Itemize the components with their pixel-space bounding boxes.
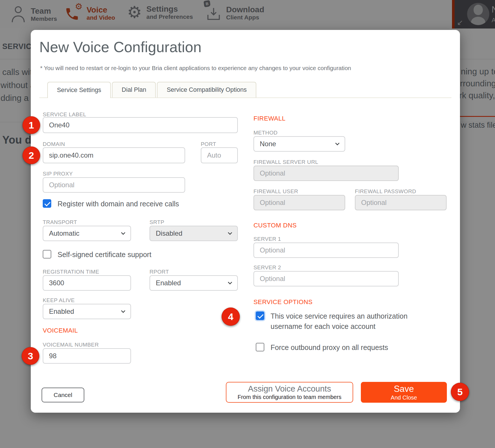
rport-select[interactable]: Enabled xyxy=(150,275,238,291)
assign-voice-accounts-button[interactable]: Assign Voice Accounts From this configur… xyxy=(226,382,353,403)
register-with-domain-checkbox-row[interactable]: Register with domain and receive calls xyxy=(43,199,179,209)
firewall-user-input xyxy=(253,195,345,210)
keep-alive-value: Enabled xyxy=(49,308,74,315)
annotation-badge-4: 4 xyxy=(222,308,240,326)
service-label-input[interactable] xyxy=(43,117,238,133)
chevron-down-icon xyxy=(121,309,126,313)
domain-label: DOMAIN xyxy=(43,141,65,147)
sip-proxy-input[interactable] xyxy=(43,177,185,193)
keep-alive-select[interactable]: Enabled xyxy=(43,304,131,319)
tab-bar: Service Settings Dial Plan Service Compa… xyxy=(47,82,257,98)
dns-server2-input[interactable] xyxy=(253,271,399,286)
auth-username-checkbox[interactable] xyxy=(256,311,264,320)
chevron-down-icon xyxy=(335,141,340,146)
firewall-section-header: FIREWALL xyxy=(253,115,285,122)
dialog-title: New Voice Configuration xyxy=(39,38,201,56)
srtp-value: Disabled xyxy=(156,229,182,237)
self-signed-checkbox[interactable] xyxy=(43,250,51,258)
tab-service-compatibility-options[interactable]: Service Compatibility Options xyxy=(157,82,256,97)
annotation-badge-3: 3 xyxy=(22,347,39,365)
firewall-user-label: FIREWALL USER xyxy=(253,188,298,195)
voicemail-section-header: VOICEMAIL xyxy=(43,327,78,334)
service-label-label: SERVICE LABEL xyxy=(43,111,86,118)
firewall-method-select[interactable]: None xyxy=(253,136,345,152)
custom-dns-section-header: CUSTOM DNS xyxy=(253,222,297,229)
save-button-subtitle: And Close xyxy=(391,394,417,401)
register-checkbox[interactable] xyxy=(43,199,51,208)
srtp-label: SRTP xyxy=(150,219,164,225)
rport-label: RPORT xyxy=(150,269,169,275)
dns-server1-input[interactable] xyxy=(253,243,399,258)
service-options-section-header: SERVICE OPTIONS xyxy=(253,298,312,306)
firewall-method-value: None xyxy=(260,140,276,148)
domain-input[interactable] xyxy=(43,147,185,163)
firewall-password-input xyxy=(355,195,447,210)
self-signed-checkbox-label: Self-signed certificate support xyxy=(58,249,151,260)
rport-value: Enabled xyxy=(156,279,181,287)
annotation-badge-2: 2 xyxy=(22,146,40,164)
keep-alive-label: KEEP ALIVE xyxy=(43,297,75,304)
port-label: PORT xyxy=(201,141,216,147)
annotation-badge-5: 5 xyxy=(451,383,469,401)
voicemail-number-input[interactable] xyxy=(43,348,131,364)
force-outbound-checkbox-label: Force outbound proxy on all requests xyxy=(271,342,388,353)
sip-proxy-label: SIP PROXY xyxy=(43,171,73,177)
assign-button-subtitle: From this configuration to team members xyxy=(238,394,341,400)
dialog-note: * You will need to restart or re-login t… xyxy=(40,65,351,72)
dns-server2-label: SERVER 2 xyxy=(253,264,281,271)
firewall-password-label: FIREWALL PASSWORD xyxy=(355,188,416,195)
cancel-button[interactable]: Cancel xyxy=(42,388,84,402)
annotation-badge-1: 1 xyxy=(22,116,40,134)
force-outbound-checkbox-row[interactable]: Force outbound proxy on all requests xyxy=(256,342,388,353)
new-voice-configuration-dialog: New Voice Configuration * You will need … xyxy=(31,30,460,413)
chevron-down-icon xyxy=(228,231,232,235)
transport-select[interactable]: Automatic xyxy=(43,226,131,241)
screen: Team Members ⚙ Voice and Video ⚙ Setting… xyxy=(0,0,495,448)
registration-time-label: REGISTRATION TIME xyxy=(43,269,99,275)
assign-button-title: Assign Voice Accounts xyxy=(248,384,331,394)
registration-time-input[interactable] xyxy=(43,275,131,291)
firewall-server-url-label: FIREWALL SERVER URL xyxy=(253,159,318,165)
transport-label: TRANSPORT xyxy=(43,219,77,225)
firewall-server-url-input xyxy=(253,166,399,181)
auth-username-checkbox-label: This voice service requires an authoriza… xyxy=(271,311,419,332)
tab-service-settings[interactable]: Service Settings xyxy=(47,82,111,98)
auth-username-checkbox-row[interactable]: This voice service requires an authoriza… xyxy=(256,311,421,332)
save-and-close-button[interactable]: Save And Close xyxy=(361,382,447,403)
self-signed-checkbox-row[interactable]: Self-signed certificate support xyxy=(43,249,151,260)
force-outbound-checkbox[interactable] xyxy=(256,343,264,351)
chevron-down-icon xyxy=(228,280,232,285)
transport-value: Automatic xyxy=(49,229,79,237)
method-label: METHOD xyxy=(253,130,278,136)
srtp-select: Disabled xyxy=(150,226,238,241)
dns-server1-label: SERVER 1 xyxy=(253,236,281,242)
register-checkbox-label: Register with domain and receive calls xyxy=(58,199,179,209)
tab-dial-plan[interactable]: Dial Plan xyxy=(112,82,156,97)
voicemail-number-label: VOICEMAIL NUMBER xyxy=(43,342,99,348)
chevron-down-icon xyxy=(121,231,126,235)
save-button-title: Save xyxy=(394,384,414,394)
port-input[interactable] xyxy=(201,147,238,163)
